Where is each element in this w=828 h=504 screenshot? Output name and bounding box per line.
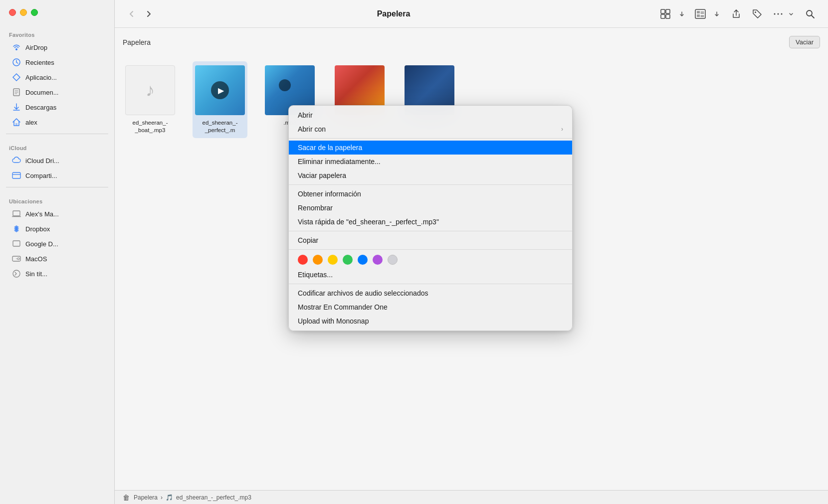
minimize-button[interactable] — [20, 9, 27, 16]
file-item[interactable]: ♪ ed_sheeran_-_boat_.mp3 — [123, 61, 178, 138]
vaciar-button[interactable]: Vaciar — [789, 36, 820, 48]
recents-icon — [12, 58, 21, 67]
content-area: Papelera Vaciar ♪ ed_sheeran_-_boat_.mp3… — [115, 28, 828, 490]
divider-2 — [6, 187, 108, 187]
separator-1 — [289, 138, 572, 139]
search-button[interactable] — [802, 6, 818, 22]
svg-point-12 — [17, 258, 19, 260]
googledrive-icon — [12, 239, 21, 248]
breadcrumb-icon: 🎵 — [166, 494, 173, 501]
svg-point-24 — [778, 13, 779, 14]
menu-item-abrir[interactable]: Abrir — [289, 108, 572, 122]
sidebar-item-googledrive-label: Google D... — [25, 240, 58, 248]
color-dot-purple[interactable] — [373, 255, 383, 265]
sidebar-item-dropbox[interactable]: Dropbox — [3, 222, 111, 236]
menu-item-codificar[interactable]: Codificar archivos de audio seleccionado… — [289, 286, 572, 300]
menu-item-abrir-con[interactable]: Abrir con › — [289, 122, 572, 136]
menu-item-monosnap[interactable]: Upload with Monosnap — [289, 314, 572, 328]
menu-item-vaciar[interactable]: Vaciar papelera — [289, 168, 572, 182]
color-dot-red[interactable] — [298, 255, 308, 265]
home-icon — [12, 118, 21, 127]
sidebar-item-sin-titulo[interactable]: Sin tít... — [3, 267, 111, 281]
sidebar-item-aplicaciones[interactable]: Aplicacio... — [3, 70, 111, 84]
menu-item-informacion[interactable]: Obtener información — [289, 187, 572, 201]
downloads-icon — [12, 103, 21, 112]
color-dot-yellow[interactable] — [328, 255, 338, 265]
context-menu[interactable]: Abrir Abrir con › Sacar de la papelera E… — [288, 105, 573, 331]
color-dot-orange[interactable] — [313, 255, 323, 265]
sidebar-item-googledrive[interactable]: Google D... — [3, 237, 111, 251]
grid-view-button[interactable] — [657, 6, 673, 22]
sidebar-item-alex-label: alex — [25, 119, 37, 126]
list-options-button[interactable] — [713, 6, 720, 22]
color-dot-green[interactable] — [343, 255, 353, 265]
section-icloud-label: iCloud — [0, 138, 114, 153]
svg-rect-4 — [12, 172, 20, 178]
svg-rect-18 — [666, 14, 670, 18]
menu-item-eliminar[interactable]: Eliminar inmediatamente... — [289, 155, 572, 168]
sidebar-item-compartido-label: Comparti... — [25, 172, 57, 179]
toolbar-actions — [657, 6, 818, 22]
sidebar-item-macos-label: MacOS — [25, 255, 47, 263]
sidebar-item-alex[interactable]: alex — [3, 115, 111, 129]
sidebar-item-recientes[interactable]: Recientes — [3, 55, 111, 69]
svg-point-23 — [774, 13, 776, 14]
sidebar-item-alexsmac-label: Alex's Ma... — [25, 210, 59, 218]
menu-item-vista-rapida[interactable]: Vista rápida de "ed_sheeran_-_perfect_.m… — [289, 215, 572, 229]
file-name: ed_sheeran_-_boat_.mp3 — [133, 119, 168, 134]
file-thumbnail: ♪ — [125, 65, 175, 115]
sidebar-item-airdrop-label: AirDrop — [25, 44, 47, 51]
sidebar-item-icloud-drive[interactable]: iCloud Dri... — [3, 154, 111, 168]
window-title: Papelera — [136, 9, 651, 18]
menu-item-sacar[interactable]: Sacar de la papelera — [289, 141, 572, 155]
svg-rect-5 — [13, 211, 20, 216]
svg-point-26 — [807, 10, 812, 16]
separator-4 — [289, 249, 572, 250]
svg-point-22 — [755, 11, 756, 13]
shared-icon — [12, 171, 21, 180]
main-area: Papelera — [115, 0, 828, 504]
menu-item-renombrar[interactable]: Renombrar — [289, 201, 572, 215]
svg-rect-19 — [695, 9, 705, 18]
traffic-lights — [9, 9, 38, 16]
separator-2 — [289, 184, 572, 185]
file-thumbnail-selected: ▶ — [195, 65, 245, 115]
content-header: Papelera Vaciar — [123, 36, 820, 48]
breadcrumb-separator: › — [161, 494, 163, 501]
more-options-button[interactable] — [770, 6, 786, 22]
more-options-chevron[interactable] — [788, 6, 794, 22]
menu-item-commander[interactable]: Mostrar En Commander One — [289, 300, 572, 314]
menu-item-etiquetas[interactable]: Etiquetas... — [289, 268, 572, 282]
tags-button[interactable] — [749, 6, 765, 22]
sidebar-item-icloud-label: iCloud Dri... — [25, 157, 59, 165]
sidebar-item-dropbox-label: Dropbox — [25, 225, 50, 233]
list-view-button[interactable] — [692, 6, 708, 22]
color-dot-gray[interactable] — [388, 255, 398, 265]
airdrop-icon — [12, 43, 21, 52]
svg-rect-10 — [13, 241, 20, 246]
svg-rect-3 — [15, 123, 17, 126]
sidebar-item-aplicaciones-label: Aplicacio... — [25, 74, 57, 81]
video-play-overlay: ▶ — [211, 81, 229, 99]
share-button[interactable] — [728, 6, 744, 22]
close-button[interactable] — [9, 9, 16, 16]
menu-item-copiar[interactable]: Copiar — [289, 233, 572, 247]
submenu-chevron: › — [561, 126, 563, 133]
play-icon: ▶ — [218, 86, 224, 95]
view-options-button[interactable] — [678, 6, 685, 22]
section-ubicaciones-label: Ubicaciones — [0, 191, 114, 206]
sidebar-item-documentos[interactable]: Documen... — [3, 85, 111, 99]
breadcrumb: Papelera › 🎵 ed_sheeran_-_perfect_.mp3 — [134, 494, 251, 501]
trash-icon: 🗑 — [123, 494, 130, 502]
music-icon: ♪ — [146, 80, 155, 101]
macbook-icon — [12, 209, 21, 218]
sidebar-item-compartido[interactable]: Comparti... — [3, 168, 111, 182]
file-item-selected[interactable]: ▶ ed_sheeran_-_perfect_.m — [193, 61, 247, 138]
sidebar-item-macos[interactable]: MacOS — [3, 252, 111, 266]
sidebar-item-alexsmac[interactable]: Alex's Ma... — [3, 207, 111, 221]
svg-rect-15 — [661, 9, 665, 13]
color-dot-blue[interactable] — [358, 255, 368, 265]
sidebar-item-airdrop[interactable]: AirDrop — [3, 40, 111, 54]
sidebar-item-descargas[interactable]: Descargas — [3, 100, 111, 114]
fullscreen-button[interactable] — [31, 9, 38, 16]
